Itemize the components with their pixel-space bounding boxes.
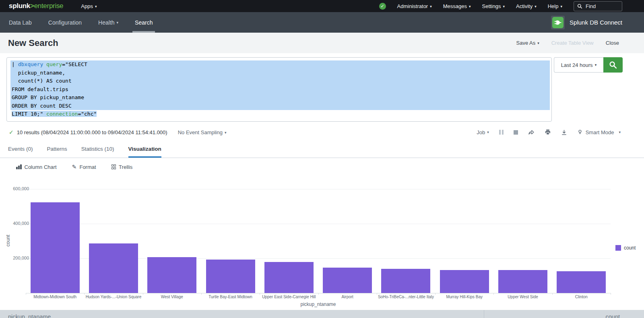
- y-axis-tick-label: 400,000: [0, 221, 29, 226]
- query-line: LIMIT 10;" connection="chc": [10, 110, 550, 118]
- column-chart-icon: [16, 164, 22, 169]
- results-summary: 10 results (08/04/2024 11:00:00.000 to 0…: [17, 129, 167, 135]
- result-tabs: Events (0) Patterns Statistics (10) Visu…: [0, 140, 644, 158]
- x-axis-title: pickup_ntaname: [26, 301, 611, 307]
- y-axis-tick-label: 200,000: [0, 256, 29, 260]
- nav-item-search[interactable]: Search: [134, 12, 153, 33]
- menu-administrator[interactable]: Administrator▾: [397, 3, 432, 9]
- chevron-down-icon: ▾: [95, 4, 97, 8]
- chevron-down-icon: ▾: [225, 131, 227, 135]
- column-header-pickup-ntaname[interactable]: pickup_ntaname: [0, 310, 484, 318]
- query-line: count(*) AS count: [10, 77, 550, 85]
- trellis-icon: [111, 164, 116, 169]
- app-bar: Data Lab Configuration Health▾ Search Sp…: [0, 12, 644, 33]
- bar[interactable]: [323, 268, 372, 293]
- query-line: FROM default.trips: [10, 85, 550, 94]
- format-button[interactable]: ✎ Format: [72, 164, 96, 170]
- y-axis-tick-label: 600,000: [0, 186, 29, 191]
- download-icon[interactable]: [561, 129, 567, 135]
- share-icon[interactable]: [528, 129, 535, 135]
- job-menu[interactable]: Job▾: [477, 129, 489, 135]
- query-line: pickup_ntaname,: [10, 69, 550, 77]
- tab-visualization[interactable]: Visualization: [128, 146, 161, 158]
- find-box[interactable]: [574, 1, 622, 11]
- bar[interactable]: [557, 271, 606, 293]
- pause-icon[interactable]: [499, 130, 504, 135]
- gridline: [26, 224, 611, 224]
- job-controls: Job▾ Smart Mode▾: [477, 129, 644, 135]
- gridline: [26, 189, 611, 189]
- save-as-button[interactable]: Save As▾: [516, 40, 539, 46]
- search-icon: [577, 4, 582, 9]
- trellis-button[interactable]: Trellis: [111, 164, 133, 170]
- legend-label: count: [624, 245, 636, 251]
- topbar-right: ✓ Administrator▾ Messages▾ Settings▾ Act…: [379, 1, 644, 11]
- chevron-down-icon: ▾: [595, 63, 597, 67]
- search-mode-menu[interactable]: Smart Mode▾: [577, 129, 621, 135]
- search-icon: [609, 61, 617, 69]
- results-bar: ✓ 10 results (08/04/2024 11:00:00.000 to…: [0, 124, 644, 140]
- apps-menu[interactable]: Apps▾: [81, 3, 97, 9]
- success-check-icon: ✓: [9, 129, 14, 135]
- chevron-down-icon: ▾: [537, 41, 539, 45]
- page-header: New Search Save As▾ Create Table View Cl…: [0, 33, 644, 53]
- chevron-down-icon: ▾: [619, 130, 621, 134]
- menu-help[interactable]: Help▾: [548, 3, 562, 9]
- page-title: New Search: [8, 38, 58, 48]
- bar[interactable]: [147, 257, 196, 293]
- legend-swatch: [615, 245, 621, 251]
- search-query-input[interactable]: | dbxquery query="SELECT pickup_ntaname,…: [6, 57, 552, 122]
- create-table-view-button[interactable]: Create Table View: [551, 40, 594, 46]
- chevron-down-icon: ▾: [487, 130, 489, 134]
- chevron-down-icon: ▾: [535, 4, 537, 8]
- query-line: | dbxquery query="SELECT: [10, 60, 550, 69]
- plug-icon: [554, 19, 561, 26]
- chevron-down-icon: ▾: [430, 4, 432, 8]
- app-nav: Data Lab Configuration Health▾ Search: [8, 12, 153, 33]
- bar[interactable]: [89, 243, 138, 293]
- column-header-count[interactable]: count: [484, 310, 644, 318]
- bar[interactable]: [206, 260, 255, 293]
- query-line: ORDER BY count DESC: [10, 102, 550, 110]
- stop-icon[interactable]: [514, 130, 518, 135]
- menu-messages[interactable]: Messages▾: [443, 3, 471, 9]
- bar[interactable]: [440, 270, 489, 293]
- nav-item-health[interactable]: Health▾: [97, 12, 119, 33]
- chart-type-button[interactable]: Column Chart: [16, 164, 57, 170]
- run-search-button[interactable]: [603, 57, 623, 73]
- find-input[interactable]: [585, 3, 619, 10]
- nav-item-configuration[interactable]: Configuration: [47, 12, 83, 33]
- health-status-icon[interactable]: ✓: [379, 3, 386, 10]
- search-zone: | dbxquery query="SELECT pickup_ntaname,…: [0, 53, 644, 124]
- app-identity[interactable]: Splunk DB Connect: [551, 16, 644, 29]
- tab-events[interactable]: Events (0): [8, 146, 33, 158]
- tab-patterns[interactable]: Patterns: [47, 146, 67, 158]
- topbar: splunk>enterprise Apps▾ ✓ Administrator▾…: [0, 0, 644, 12]
- bar[interactable]: [498, 270, 547, 293]
- chevron-down-icon: ▾: [503, 4, 505, 8]
- chevron-down-icon: ▾: [560, 4, 562, 8]
- bulb-icon: [577, 129, 583, 135]
- statistics-table-header: pickup_ntaname count: [0, 310, 644, 318]
- legend-item[interactable]: count: [615, 245, 636, 251]
- active-nav-indicator: [132, 31, 155, 33]
- menu-settings[interactable]: Settings▾: [482, 3, 505, 9]
- db-connect-logo: [551, 16, 565, 29]
- time-range-picker[interactable]: Last 24 hours▾: [554, 57, 603, 73]
- chevron-down-icon: ▾: [469, 4, 471, 8]
- pencil-icon: ✎: [72, 164, 77, 170]
- menu-activity[interactable]: Activity▾: [516, 3, 537, 9]
- chevron-down-icon: ▾: [117, 21, 119, 25]
- app-name: Splunk DB Connect: [570, 19, 622, 26]
- bar[interactable]: [31, 202, 80, 293]
- bar[interactable]: [264, 262, 314, 293]
- x-category-label: Clinton: [537, 295, 625, 299]
- nav-item-data-lab[interactable]: Data Lab: [8, 12, 33, 33]
- close-button[interactable]: Close: [606, 40, 619, 46]
- header-actions: Save As▾ Create Table View Close: [516, 40, 644, 46]
- tab-statistics[interactable]: Statistics (10): [81, 146, 114, 158]
- bar[interactable]: [381, 269, 430, 293]
- event-sampling-menu[interactable]: No Event Sampling▾: [178, 129, 227, 135]
- y-axis-title: count: [5, 232, 11, 249]
- print-icon[interactable]: [545, 129, 551, 135]
